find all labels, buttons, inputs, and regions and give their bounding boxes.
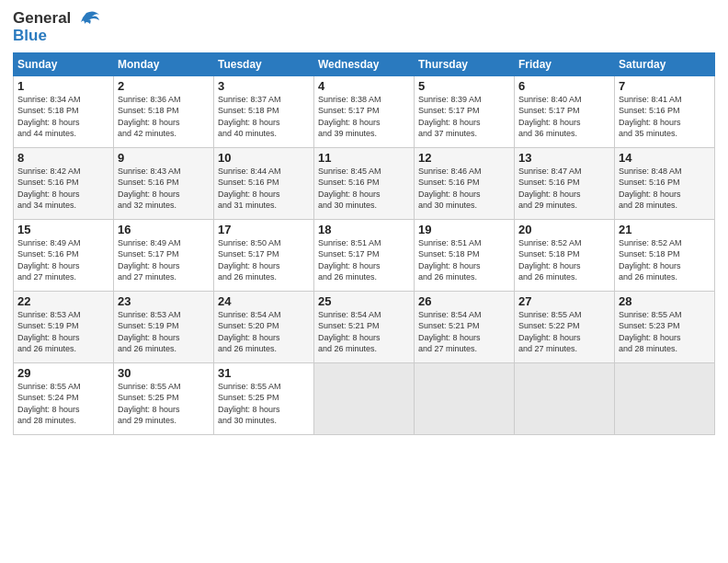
day-number: 22 <box>17 294 109 308</box>
calendar-cell: 14Sunrise: 8:48 AMSunset: 5:16 PMDayligh… <box>615 147 715 219</box>
logo: General Blue <box>13 9 101 45</box>
col-header-thursday: Thursday <box>415 52 515 75</box>
day-info: Sunrise: 8:55 AMSunset: 5:23 PMDaylight:… <box>619 309 711 355</box>
calendar-cell <box>415 362 515 434</box>
day-number: 31 <box>218 366 310 380</box>
calendar-cell: 13Sunrise: 8:47 AMSunset: 5:16 PMDayligh… <box>515 147 615 219</box>
calendar-cell: 17Sunrise: 8:50 AMSunset: 5:17 PMDayligh… <box>214 219 314 291</box>
day-info: Sunrise: 8:38 AMSunset: 5:17 PMDaylight:… <box>318 94 410 140</box>
calendar-cell: 4Sunrise: 8:38 AMSunset: 5:17 PMDaylight… <box>314 75 415 147</box>
day-info: Sunrise: 8:36 AMSunset: 5:18 PMDaylight:… <box>118 94 210 140</box>
day-number: 9 <box>118 151 210 165</box>
day-info: Sunrise: 8:54 AMSunset: 5:21 PMDaylight:… <box>318 309 410 355</box>
day-number: 2 <box>118 79 210 93</box>
col-header-monday: Monday <box>114 52 214 75</box>
day-number: 4 <box>318 79 410 93</box>
day-info: Sunrise: 8:48 AMSunset: 5:16 PMDaylight:… <box>619 166 711 212</box>
day-number: 24 <box>218 294 310 308</box>
day-info: Sunrise: 8:55 AMSunset: 5:25 PMDaylight:… <box>118 381 210 427</box>
day-number: 28 <box>619 294 711 308</box>
calendar-cell: 20Sunrise: 8:52 AMSunset: 5:18 PMDayligh… <box>515 219 615 291</box>
day-info: Sunrise: 8:49 AMSunset: 5:16 PMDaylight:… <box>17 237 109 283</box>
day-number: 15 <box>17 223 109 236</box>
calendar-cell <box>615 362 715 434</box>
calendar-cell: 31Sunrise: 8:55 AMSunset: 5:25 PMDayligh… <box>214 362 314 434</box>
day-info: Sunrise: 8:51 AMSunset: 5:17 PMDaylight:… <box>318 237 410 283</box>
day-number: 29 <box>17 366 109 380</box>
calendar-container: General Blue SundayMondayTuesdayWednesda… <box>0 0 728 444</box>
day-info: Sunrise: 8:52 AMSunset: 5:18 PMDaylight:… <box>619 237 711 283</box>
calendar-week-5: 29Sunrise: 8:55 AMSunset: 5:24 PMDayligh… <box>14 362 715 434</box>
day-info: Sunrise: 8:52 AMSunset: 5:18 PMDaylight:… <box>518 237 610 283</box>
calendar-table: SundayMondayTuesdayWednesdayThursdayFrid… <box>13 52 715 435</box>
day-info: Sunrise: 8:41 AMSunset: 5:16 PMDaylight:… <box>619 94 711 140</box>
calendar-cell: 3Sunrise: 8:37 AMSunset: 5:18 PMDaylight… <box>214 75 314 147</box>
day-number: 19 <box>418 223 510 236</box>
day-number: 1 <box>17 79 109 93</box>
day-info: Sunrise: 8:49 AMSunset: 5:17 PMDaylight:… <box>118 237 210 283</box>
day-info: Sunrise: 8:54 AMSunset: 5:21 PMDaylight:… <box>418 309 510 355</box>
calendar-cell: 26Sunrise: 8:54 AMSunset: 5:21 PMDayligh… <box>415 291 515 362</box>
day-info: Sunrise: 8:55 AMSunset: 5:22 PMDaylight:… <box>518 309 610 355</box>
calendar-cell: 10Sunrise: 8:44 AMSunset: 5:16 PMDayligh… <box>214 147 314 219</box>
calendar-cell: 9Sunrise: 8:43 AMSunset: 5:16 PMDaylight… <box>114 147 214 219</box>
calendar-cell: 25Sunrise: 8:54 AMSunset: 5:21 PMDayligh… <box>314 291 415 362</box>
day-number: 8 <box>17 151 109 165</box>
calendar-cell: 1Sunrise: 8:34 AMSunset: 5:18 PMDaylight… <box>14 75 114 147</box>
calendar-cell: 6Sunrise: 8:40 AMSunset: 5:17 PMDaylight… <box>515 75 615 147</box>
day-number: 18 <box>318 223 410 236</box>
calendar-cell: 2Sunrise: 8:36 AMSunset: 5:18 PMDaylight… <box>114 75 214 147</box>
calendar-cell: 15Sunrise: 8:49 AMSunset: 5:16 PMDayligh… <box>14 219 114 291</box>
calendar-header-row: SundayMondayTuesdayWednesdayThursdayFrid… <box>14 52 715 75</box>
calendar-cell: 5Sunrise: 8:39 AMSunset: 5:17 PMDaylight… <box>415 75 515 147</box>
day-info: Sunrise: 8:53 AMSunset: 5:19 PMDaylight:… <box>118 309 210 355</box>
calendar-cell: 8Sunrise: 8:42 AMSunset: 5:16 PMDaylight… <box>14 147 114 219</box>
day-number: 20 <box>518 223 610 236</box>
calendar-week-2: 8Sunrise: 8:42 AMSunset: 5:16 PMDaylight… <box>14 147 715 219</box>
day-number: 30 <box>118 366 210 380</box>
day-number: 27 <box>518 294 610 308</box>
day-info: Sunrise: 8:37 AMSunset: 5:18 PMDaylight:… <box>218 94 310 140</box>
calendar-cell <box>515 362 615 434</box>
calendar-cell: 12Sunrise: 8:46 AMSunset: 5:16 PMDayligh… <box>415 147 515 219</box>
day-info: Sunrise: 8:34 AMSunset: 5:18 PMDaylight:… <box>17 94 109 140</box>
day-number: 16 <box>118 223 210 236</box>
col-header-saturday: Saturday <box>615 52 715 75</box>
col-header-wednesday: Wednesday <box>314 52 415 75</box>
day-number: 14 <box>619 151 711 165</box>
day-number: 26 <box>418 294 510 308</box>
calendar-week-3: 15Sunrise: 8:49 AMSunset: 5:16 PMDayligh… <box>14 219 715 291</box>
day-number: 12 <box>418 151 510 165</box>
day-info: Sunrise: 8:44 AMSunset: 5:16 PMDaylight:… <box>218 166 310 212</box>
calendar-cell: 16Sunrise: 8:49 AMSunset: 5:17 PMDayligh… <box>114 219 214 291</box>
day-info: Sunrise: 8:43 AMSunset: 5:16 PMDaylight:… <box>118 166 210 212</box>
calendar-body: 1Sunrise: 8:34 AMSunset: 5:18 PMDaylight… <box>14 75 715 434</box>
day-info: Sunrise: 8:51 AMSunset: 5:18 PMDaylight:… <box>418 237 510 283</box>
day-number: 25 <box>318 294 410 308</box>
day-number: 11 <box>318 151 410 165</box>
header: General Blue <box>13 9 715 45</box>
day-number: 6 <box>518 79 610 93</box>
day-number: 5 <box>418 79 510 93</box>
day-number: 13 <box>518 151 610 165</box>
calendar-week-4: 22Sunrise: 8:53 AMSunset: 5:19 PMDayligh… <box>14 291 715 362</box>
calendar-cell: 7Sunrise: 8:41 AMSunset: 5:16 PMDaylight… <box>615 75 715 147</box>
calendar-cell: 24Sunrise: 8:54 AMSunset: 5:20 PMDayligh… <box>214 291 314 362</box>
calendar-cell <box>314 362 415 434</box>
col-header-friday: Friday <box>515 52 615 75</box>
day-info: Sunrise: 8:50 AMSunset: 5:17 PMDaylight:… <box>218 237 310 283</box>
col-header-sunday: Sunday <box>14 52 114 75</box>
calendar-cell: 30Sunrise: 8:55 AMSunset: 5:25 PMDayligh… <box>114 362 214 434</box>
calendar-cell: 28Sunrise: 8:55 AMSunset: 5:23 PMDayligh… <box>615 291 715 362</box>
calendar-cell: 29Sunrise: 8:55 AMSunset: 5:24 PMDayligh… <box>14 362 114 434</box>
col-header-tuesday: Tuesday <box>214 52 314 75</box>
calendar-cell: 22Sunrise: 8:53 AMSunset: 5:19 PMDayligh… <box>14 291 114 362</box>
day-number: 17 <box>218 223 310 236</box>
day-info: Sunrise: 8:55 AMSunset: 5:25 PMDaylight:… <box>218 381 310 427</box>
day-info: Sunrise: 8:40 AMSunset: 5:17 PMDaylight:… <box>518 94 610 140</box>
day-number: 21 <box>619 223 711 236</box>
day-info: Sunrise: 8:54 AMSunset: 5:20 PMDaylight:… <box>218 309 310 355</box>
calendar-cell: 11Sunrise: 8:45 AMSunset: 5:16 PMDayligh… <box>314 147 415 219</box>
day-number: 3 <box>218 79 310 93</box>
calendar-cell: 19Sunrise: 8:51 AMSunset: 5:18 PMDayligh… <box>415 219 515 291</box>
